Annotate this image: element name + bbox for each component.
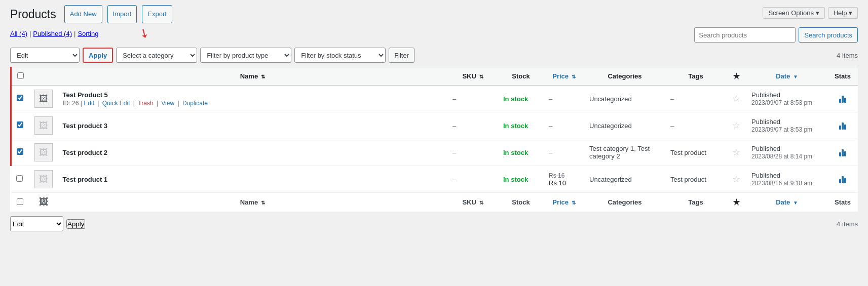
name-col-header[interactable]: Name ⇅ bbox=[58, 67, 448, 86]
row4-stats[interactable] bbox=[827, 166, 858, 193]
footer-star-icon: ★ bbox=[733, 198, 740, 207]
filter-published-link[interactable]: Published (4) bbox=[33, 30, 72, 37]
row3-checkbox[interactable] bbox=[17, 148, 23, 155]
help-button[interactable]: Help ▾ bbox=[828, 7, 858, 19]
filter-all-link[interactable]: All (4) bbox=[10, 30, 27, 37]
apply-top-button[interactable]: Apply bbox=[83, 48, 113, 63]
row2-featured[interactable]: ☆ bbox=[726, 112, 746, 139]
row1-tags: – bbox=[665, 86, 726, 112]
row4-checkbox[interactable] bbox=[16, 175, 23, 182]
row1-quick-edit-link[interactable]: Quick Edit bbox=[102, 100, 130, 107]
date-sort-icon: ▼ bbox=[793, 74, 798, 79]
footer-price-sort-icon: ⇅ bbox=[572, 200, 576, 206]
row1-categories: Uncategorized bbox=[584, 86, 665, 112]
screen-options-button[interactable]: Screen Options ▾ bbox=[763, 7, 824, 19]
row3-img: 🖼 bbox=[29, 139, 58, 166]
search-products-button[interactable]: Search products bbox=[799, 27, 858, 43]
bulk-action-bottom-select[interactable]: Edit Move to Trash bbox=[10, 216, 63, 231]
row1-name-link[interactable]: Test Product 5 bbox=[63, 91, 108, 99]
footer-stats-col: Stats bbox=[827, 193, 858, 212]
row1-featured[interactable]: ☆ bbox=[726, 86, 746, 112]
footer-name-sort-icon: ⇅ bbox=[261, 200, 265, 206]
row1-checkbox[interactable] bbox=[17, 95, 23, 101]
row2-price: – bbox=[544, 112, 584, 139]
row2-checkbox[interactable] bbox=[17, 121, 23, 128]
row1-date: Published 2023/09/07 at 8:53 pm bbox=[746, 86, 827, 112]
category-select[interactable]: Select a category bbox=[116, 48, 197, 63]
footer-sku-col[interactable]: SKU ⇅ bbox=[447, 193, 498, 212]
export-button[interactable]: Export bbox=[142, 5, 172, 23]
row2-name-cell: Test product 3 bbox=[58, 112, 448, 139]
search-input[interactable] bbox=[694, 27, 796, 43]
bar3 bbox=[844, 178, 846, 183]
row3-featured[interactable]: ☆ bbox=[726, 139, 746, 166]
row1-name-cell: Test Product 5 ID: 26 | Edit | Quick Edi… bbox=[58, 86, 448, 112]
page-title: Products bbox=[10, 8, 56, 21]
row1-duplicate-link[interactable]: Duplicate bbox=[182, 100, 208, 107]
row3-star-icon: ☆ bbox=[732, 147, 740, 157]
row1-stats[interactable] bbox=[827, 86, 858, 112]
arrow-indicator: ➘ bbox=[137, 26, 152, 42]
filter-sorting-link[interactable]: Sorting bbox=[78, 30, 98, 37]
footer-select-all-checkbox[interactable] bbox=[17, 198, 23, 205]
row2-sku: – bbox=[447, 112, 498, 139]
row1-sku: – bbox=[447, 86, 498, 112]
row3-checkbox-cell bbox=[11, 139, 29, 166]
row2-checkbox-cell bbox=[11, 112, 29, 139]
filter-button[interactable]: Filter bbox=[389, 48, 414, 63]
stock-status-select[interactable]: Filter by stock status bbox=[294, 48, 386, 63]
row1-stats-chart bbox=[839, 94, 846, 103]
bar3 bbox=[844, 98, 846, 103]
footer-date-col[interactable]: Date ▼ bbox=[746, 193, 827, 212]
row3-stats[interactable] bbox=[827, 139, 858, 166]
bulk-action-select[interactable]: Edit Move to Trash bbox=[10, 48, 80, 63]
date-col-header[interactable]: Date ▼ bbox=[746, 67, 827, 86]
row3-sku: – bbox=[447, 139, 498, 166]
price-col-header[interactable]: Price ⇅ bbox=[544, 67, 584, 86]
featured-col-header: ★ bbox=[726, 67, 746, 86]
footer-cats-col: Categories bbox=[584, 193, 665, 212]
row4-tags: Test product bbox=[665, 166, 726, 193]
row2-img: 🖼 bbox=[29, 112, 58, 139]
table-row: 🖼 Test product 1 – In stock Rs 16 Rs 10 … bbox=[11, 166, 858, 193]
bar1 bbox=[839, 99, 841, 103]
bar1 bbox=[839, 126, 841, 130]
import-button[interactable]: Import bbox=[107, 5, 137, 23]
stats-col-header: Stats bbox=[827, 67, 858, 86]
row1-view-link[interactable]: View bbox=[161, 100, 174, 107]
row4-featured[interactable]: ☆ bbox=[726, 166, 746, 193]
footer-sku-sort-icon: ⇅ bbox=[479, 200, 483, 206]
add-new-button[interactable]: Add New bbox=[64, 5, 102, 23]
row3-stats-chart bbox=[839, 147, 846, 156]
row2-img-icon: 🖼 bbox=[39, 120, 48, 131]
row1-price: – bbox=[544, 86, 584, 112]
row4-stats-chart bbox=[839, 174, 846, 183]
footer-name-col[interactable]: Name ⇅ bbox=[58, 193, 448, 212]
screen-options-label: Screen Options bbox=[768, 9, 814, 17]
items-count-bottom: 4 items bbox=[837, 220, 858, 228]
footer-date-sort-icon: ▼ bbox=[793, 200, 798, 206]
row3-name-link[interactable]: Test product 2 bbox=[63, 149, 108, 156]
table-row: 🖼 Test Product 5 ID: 26 | Edit | Quick E… bbox=[11, 86, 858, 112]
footer-select-all bbox=[11, 193, 29, 212]
row1-trash-link[interactable]: Trash bbox=[138, 100, 153, 107]
row4-checkbox-cell bbox=[11, 166, 29, 193]
row3-categories: Test category 1, Test category 2 bbox=[584, 139, 665, 166]
footer-price-col[interactable]: Price ⇅ bbox=[544, 193, 584, 212]
tags-col-header: Tags bbox=[665, 67, 726, 86]
select-all-checkbox[interactable] bbox=[17, 72, 24, 79]
apply-bottom-button[interactable]: Apply bbox=[66, 219, 85, 229]
row4-categories: Uncategorized bbox=[584, 166, 665, 193]
product-type-select[interactable]: Filter by product type bbox=[200, 48, 291, 63]
row2-stats[interactable] bbox=[827, 112, 858, 139]
footer-img-icon: 🖼 bbox=[39, 197, 48, 207]
row1-edit-link[interactable]: Edit bbox=[84, 100, 94, 107]
row1-actions: ID: 26 | Edit | Quick Edit | Trash | Vie… bbox=[63, 100, 443, 107]
sku-col-header[interactable]: SKU ⇅ bbox=[447, 67, 498, 86]
row3-date: Published 2023/08/28 at 8:14 pm bbox=[746, 139, 827, 166]
row2-stock: In stock bbox=[498, 112, 544, 139]
row2-name-link[interactable]: Test product 3 bbox=[63, 122, 108, 130]
table-row: 🖼 Test product 2 – In stock – Test categ… bbox=[11, 139, 858, 166]
row4-name-link[interactable]: Test product 1 bbox=[63, 176, 108, 183]
row4-sku: – bbox=[447, 166, 498, 193]
